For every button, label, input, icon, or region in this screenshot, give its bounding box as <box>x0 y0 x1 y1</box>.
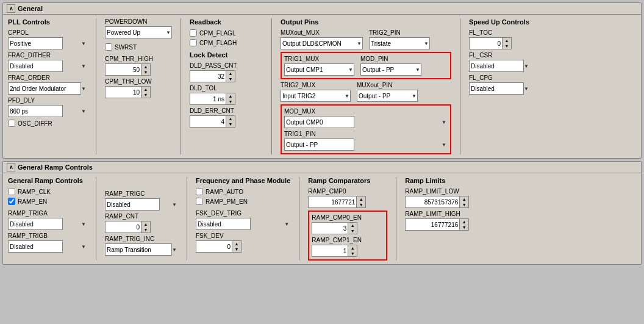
fl-csr-select[interactable]: Disabled Enabled <box>469 60 524 72</box>
mod-mux-arrow-icon: ▼ <box>442 120 446 125</box>
cpm-flagh-label: CPM_FLAGH <box>199 40 237 46</box>
ramp-triga-arrow-icon: ▼ <box>81 221 86 227</box>
dld-err-cnt-down-btn[interactable]: ▼ <box>226 121 235 127</box>
ramp-cmp1-en-input[interactable] <box>312 245 348 257</box>
trig2-pin-select[interactable]: Tristate Output - PP <box>369 37 430 49</box>
ramp-panel: ∧ General Ramp Controls General Ramp Con… <box>2 161 642 265</box>
ramp-trigb-select[interactable]: Disabled Enabled <box>8 240 63 253</box>
cpm-thr-high-input[interactable] <box>105 63 141 76</box>
general-collapse-btn[interactable]: ∧ <box>7 4 15 13</box>
ramp-panel-title: General Ramp Controls <box>18 164 93 171</box>
cpm-flagl-checkbox[interactable] <box>190 29 197 37</box>
mod-pin-group: MOD_PIN Output - PP Tristate ▼ <box>360 56 421 76</box>
ramp-en-checkbox[interactable] <box>8 198 15 205</box>
cppol-select[interactable]: Positive Negative <box>8 37 63 49</box>
pfd-dly-select[interactable]: 860 ps 1 ns <box>8 105 63 117</box>
frac-order-select[interactable]: 2nd Order Modulator 1st Order Modulator … <box>8 82 81 95</box>
ramp-limit-low-input[interactable] <box>405 196 460 208</box>
general-panel: ∧ General PLL Controls CPPOL Positive Ne… <box>2 2 642 159</box>
fsk-dev-trig-select[interactable]: Disabled Enabled <box>196 218 251 230</box>
ramp-cmp1-en-down-btn[interactable]: ▼ <box>348 251 357 256</box>
ramp-cnt-up-btn[interactable]: ▲ <box>141 221 150 227</box>
cpm-thr-high-down-btn[interactable]: ▼ <box>141 70 150 75</box>
mod-mux-select[interactable]: Output CMP0 Output CMP1 <box>284 116 354 128</box>
fsk-dev-trig-select-wrapper: Disabled Enabled ▼ <box>196 218 290 230</box>
fl-csr-arrow-icon: ▼ <box>524 63 529 69</box>
ramp-trigc-label: RAMP_TRIGC <box>105 190 178 197</box>
ramp-auto-checkbox[interactable] <box>196 188 203 195</box>
cpm-thr-low-up-btn[interactable]: ▲ <box>141 87 150 92</box>
dld-err-cnt-input[interactable] <box>190 115 226 128</box>
dld-tol-input[interactable] <box>190 93 226 105</box>
dld-tol-up-btn[interactable]: ▲ <box>226 93 235 99</box>
fl-cpg-select[interactable]: Disabled Enabled <box>469 82 524 95</box>
ramp-auto-label: RAMP_AUTO <box>206 189 243 195</box>
ramp-cmp0-up-btn[interactable]: ▲ <box>357 196 365 202</box>
cpm-thr-low-input[interactable] <box>105 86 141 98</box>
muxout-pin-select[interactable]: Output - PP Tristate <box>357 90 418 102</box>
ramp-trigc-group: RAMP_TRIGC Disabled Enabled ▼ <box>105 190 178 211</box>
fl-toc-input[interactable] <box>469 37 503 49</box>
ramp-clk-checkbox[interactable] <box>8 188 15 195</box>
ramp-triga-select[interactable]: Disabled Enabled <box>8 218 63 230</box>
ramp-cmp0-down-btn[interactable]: ▼ <box>357 202 365 207</box>
cpm-flagh-checkbox[interactable] <box>190 39 197 46</box>
trig1-mux-select[interactable]: Output CMP1 Output CMP0 Input TRIG1 <box>284 63 354 76</box>
ramp-divider-2 <box>187 177 187 261</box>
ramp-limit-low-down-btn[interactable]: ▼ <box>460 202 468 207</box>
ramp-cmp0-input[interactable] <box>308 196 357 208</box>
dld-pass-cnt-input[interactable] <box>190 70 226 82</box>
powerdown-select[interactable]: Powered Up Powered Down <box>105 26 172 38</box>
ramp-trig-inc-label: RAMP_TRIG_INC <box>105 236 178 242</box>
ramp-limit-low-spinner: ▲ ▼ <box>405 196 484 208</box>
ramp-cmp0-en-input[interactable] <box>312 222 348 234</box>
ramp-cmp0-en-down-btn[interactable]: ▼ <box>348 228 357 234</box>
ramp-limit-low-up-btn[interactable]: ▲ <box>460 196 468 202</box>
fsk-dev-input[interactable] <box>196 240 232 253</box>
ramp-limit-high-up-btn[interactable]: ▲ <box>460 219 468 225</box>
mod-mux-select-wrapper: Output CMP0 Output CMP1 ▼ <box>284 116 448 128</box>
ramp-pm-en-checkbox[interactable] <box>196 198 203 205</box>
ramp-limit-high-input[interactable] <box>405 218 460 231</box>
fsk-dev-down-btn[interactable]: ▼ <box>232 247 241 252</box>
general-panel-content: PLL Controls CPPOL Positive Negative ▼ F… <box>3 15 641 158</box>
frac-dither-select[interactable]: Disabled Enabled <box>8 60 63 72</box>
ramp-trigb-select-wrapper: Disabled Enabled ▼ <box>8 240 87 253</box>
dld-pass-cnt-up-btn[interactable]: ▲ <box>226 71 235 76</box>
ramp-cmp0-spinner-btns: ▲ ▼ <box>357 196 366 208</box>
powerdown-label: POWERDOWN <box>105 18 172 25</box>
ramp-cnt-down-btn[interactable]: ▼ <box>141 227 150 232</box>
ramp-cmp0-en-up-btn[interactable]: ▲ <box>348 223 357 228</box>
divider-4 <box>460 18 460 154</box>
cpm-thr-high-spinner-btns: ▲ ▼ <box>141 63 151 76</box>
cppol-label: CPPOL <box>8 29 87 36</box>
ramp-limit-high-down-btn[interactable]: ▼ <box>460 225 468 230</box>
output-pins-row1: MUXout_MUX Output DLD&CPMON ▼ TRIG2_PIN <box>281 29 451 49</box>
dld-err-cnt-up-btn[interactable]: ▲ <box>226 116 235 121</box>
trig2-pin-label: TRIG2_PIN <box>369 29 430 36</box>
fl-cpg-label: FL_CPG <box>469 74 530 81</box>
ramp-collapse-btn[interactable]: ∧ <box>7 163 15 171</box>
ramp-trig-inc-select[interactable]: Ramp Transition Disabled Enabled <box>105 243 172 256</box>
cpm-thr-high-up-btn[interactable]: ▲ <box>141 64 150 70</box>
cpm-thr-low-down-btn[interactable]: ▼ <box>141 92 150 98</box>
dld-tol-down-btn[interactable]: ▼ <box>226 99 235 104</box>
ramp-trigc-select[interactable]: Disabled Enabled <box>105 198 160 211</box>
fsk-dev-group: FSK_DEV ▲ ▼ <box>196 232 290 253</box>
cpm-thr-low-label: CPM_THR_LOW <box>105 78 172 85</box>
trig1-pin-select[interactable]: Output - PP Tristate <box>284 139 354 151</box>
swrst-checkbox[interactable] <box>105 43 112 51</box>
muxout-mux-select[interactable]: Output DLD&CPMON <box>281 37 363 49</box>
ramp-cnt-input[interactable] <box>105 221 141 233</box>
ramp-cmp1-en-up-btn[interactable]: ▲ <box>348 245 357 251</box>
ramp-triga-label: RAMP_TRIGA <box>8 210 87 217</box>
dld-pass-cnt-down-btn[interactable]: ▼ <box>226 76 235 82</box>
lock-detect-title: Lock Detect <box>190 51 263 59</box>
fl-toc-up-btn[interactable]: ▲ <box>503 38 511 43</box>
fl-toc-down-btn[interactable]: ▼ <box>503 43 511 49</box>
ramp-limit-high-label: RAMP_LIMIT_HIGH <box>405 211 484 217</box>
trig2-mux-select[interactable]: Input TRIG2 Output CMP0 Output CMP1 <box>281 90 351 102</box>
fsk-dev-up-btn[interactable]: ▲ <box>232 241 241 247</box>
osc-diffr-checkbox[interactable] <box>8 120 15 127</box>
mod-pin-select[interactable]: Output - PP Tristate <box>360 63 421 76</box>
